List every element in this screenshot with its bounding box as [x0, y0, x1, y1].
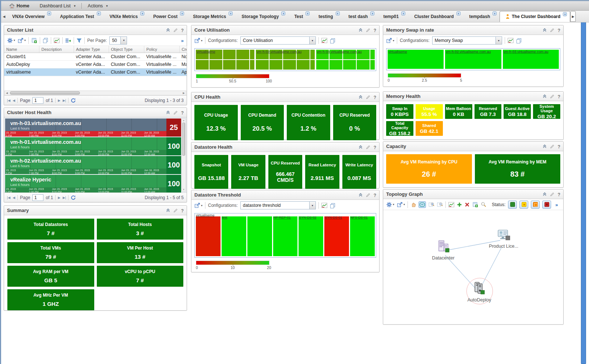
close-icon[interactable]: [456, 11, 461, 15]
heatmap-cell[interactable]: NFS-DS-01: [350, 216, 375, 256]
scrollbar-thumb[interactable]: [182, 123, 185, 156]
col-name[interactable]: Name: [4, 46, 39, 53]
dashboard-list-menu[interactable]: Dashboard List: [35, 1, 80, 10]
prev-page-icon[interactable]: [13, 196, 15, 199]
export-window-icon[interactable]: [194, 202, 202, 208]
heatmap-group[interactable]: virtualiseme: [388, 50, 444, 69]
tab-scroll-left-icon[interactable]: [2, 11, 6, 22]
first-page-icon[interactable]: [7, 99, 10, 102]
zoom-in-area-icon[interactable]: [428, 202, 434, 207]
copy-icon[interactable]: [516, 38, 522, 43]
close-icon[interactable]: [180, 11, 184, 15]
chart-icon[interactable]: [321, 203, 327, 208]
last-page-icon[interactable]: [63, 196, 66, 199]
filter-icon[interactable]: [77, 38, 82, 43]
close-icon[interactable]: [493, 11, 497, 15]
host-health-vertical-scrollbar[interactable]: [181, 119, 186, 191]
tab-cluster-dashboard[interactable]: Cluster Dashboard: [408, 11, 463, 22]
refresh-icon[interactable]: [71, 98, 76, 103]
help-icon[interactable]: [374, 144, 376, 151]
collapse-icon[interactable]: [543, 94, 547, 98]
tab-tempdash[interactable]: tempdash: [463, 11, 500, 22]
chart-icon[interactable]: [54, 38, 60, 43]
tab-test[interactable]: Test: [288, 11, 313, 22]
copy-icon[interactable]: [43, 38, 48, 43]
memory-swap-heatmap[interactable]: virtualiseme vm-h-02.virtualiseme.com.au…: [386, 48, 560, 70]
table-horizontal-scrollbar[interactable]: [4, 91, 186, 95]
export-window-icon[interactable]: [386, 38, 394, 43]
edit-icon[interactable]: [550, 144, 554, 149]
home-menu[interactable]: Home: [5, 1, 34, 10]
collapse-icon[interactable]: [359, 28, 363, 32]
close-icon[interactable]: [140, 11, 144, 15]
status-filter-red-button[interactable]: [542, 201, 551, 209]
next-page-icon[interactable]: [58, 99, 60, 102]
toolbar-more-icon[interactable]: [181, 37, 184, 44]
topology-node-autodeploy[interactable]: AutoDeploy: [463, 281, 496, 303]
page-input[interactable]: [32, 97, 43, 104]
topology-canvas[interactable]: Datacenter Product Lice... AutoDeploy: [383, 210, 563, 324]
datastore-threshold-heatmap[interactable]: virtualiseme test HP-REP-01 SYN-DS-02 SY…: [194, 213, 376, 258]
collapse-icon[interactable]: [166, 208, 170, 212]
table-row[interactable]: Cluster01vCenter Ada...Cluster Com...Vir…: [4, 53, 187, 61]
actions-menu[interactable]: Actions: [83, 1, 112, 10]
col-policy[interactable]: Policy: [144, 46, 179, 53]
edit-icon[interactable]: [550, 28, 554, 32]
edit-icon[interactable]: [366, 95, 370, 99]
first-page-icon[interactable]: [7, 196, 10, 199]
help-icon[interactable]: [374, 94, 376, 100]
toolbar-more-icon[interactable]: [555, 201, 558, 208]
tab-storage-metrics[interactable]: Storage Metrics: [187, 11, 236, 22]
configuration-select[interactable]: Core Utilisation: [240, 36, 316, 45]
close-icon[interactable]: [97, 11, 101, 15]
tab-scroll-right-icon[interactable]: [570, 11, 576, 22]
per-page-select[interactable]: 50: [109, 36, 127, 45]
export-window-icon[interactable]: [397, 202, 405, 208]
status-filter-orange-button[interactable]: [531, 201, 540, 209]
close-icon[interactable]: [281, 11, 285, 15]
status-filter-green-button[interactable]: [508, 201, 517, 209]
close-icon[interactable]: [563, 12, 567, 16]
edit-icon[interactable]: [173, 110, 178, 115]
topology-node-product-licensing[interactable]: Product Lice...: [487, 229, 520, 249]
heatmap-group[interactable]: virtualiseme: [196, 50, 254, 70]
add-icon[interactable]: [457, 202, 462, 207]
host-health-row[interactable]: vm-h-03.virtualiseme.com.au Last 6 hours…: [5, 119, 181, 137]
heatmap-cell[interactable]: SYN-DS-02: [299, 216, 323, 256]
collapse-icon[interactable]: [359, 145, 363, 149]
zoom-select-icon[interactable]: [419, 201, 426, 208]
chart-icon[interactable]: [321, 38, 327, 43]
tab-temp01[interactable]: temp01: [377, 11, 408, 22]
col-cre[interactable]: Cre: [179, 46, 187, 53]
edit-icon[interactable]: [366, 193, 370, 197]
page-vertical-scrollbar[interactable]: [581, 11, 586, 364]
gear-icon[interactable]: [386, 202, 394, 208]
pan-hand-icon[interactable]: [410, 202, 416, 207]
close-icon[interactable]: [306, 11, 310, 15]
last-page-icon[interactable]: [63, 99, 66, 102]
scroll-right-icon[interactable]: [183, 91, 185, 95]
edit-icon[interactable]: [366, 145, 370, 149]
search-icon[interactable]: [481, 202, 486, 207]
prev-page-icon[interactable]: [13, 99, 15, 102]
heatmap-group[interactable]: vm-h-02.virtualiseme.com.au: [445, 50, 501, 69]
help-icon[interactable]: [558, 191, 560, 198]
export-window-icon[interactable]: [18, 38, 26, 43]
tab-application-test[interactable]: Application Test: [54, 11, 103, 22]
scroll-up-icon[interactable]: [182, 119, 186, 121]
copy-icon[interactable]: [330, 38, 335, 43]
configuration-select[interactable]: Memory Swap: [432, 36, 502, 45]
help-icon[interactable]: [374, 27, 376, 33]
heatmap-group[interactable]: vm-h-03.virtualiseme.com.au: [316, 50, 375, 70]
collapse-icon[interactable]: [543, 192, 547, 196]
col-object-type[interactable]: Object Type: [109, 46, 144, 53]
close-icon[interactable]: [401, 11, 405, 15]
heatmap-group[interactable]: vm-h-02.virtualiseme.com.au: [256, 50, 314, 70]
page-input[interactable]: [32, 194, 43, 201]
gear-icon[interactable]: [7, 38, 15, 43]
help-icon[interactable]: [181, 109, 184, 116]
collapse-icon[interactable]: [166, 28, 170, 32]
tab-the-cluster-dashboard-active[interactable]: The Cluster Dashboard: [500, 11, 570, 22]
collapse-icon[interactable]: [359, 95, 363, 99]
host-health-row[interactable]: vRealize Hyperic Last 6 hours 15, 20150 …: [5, 175, 181, 192]
